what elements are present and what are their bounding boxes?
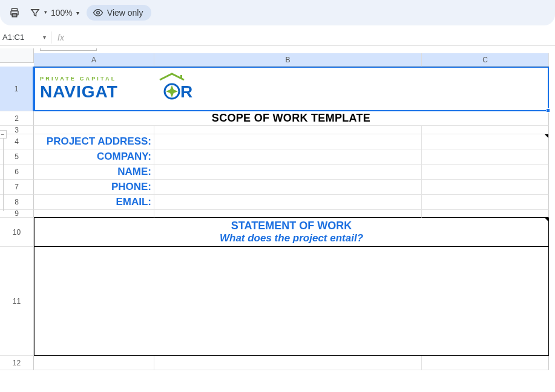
cell-email-label[interactable]: EMAIL: [34,195,154,210]
cell-a9[interactable] [34,210,154,218]
select-all-corner[interactable] [0,48,34,63]
cell-c12[interactable] [422,356,549,370]
cell-title[interactable]: SCOPE OF WORK TEMPLATE [34,111,549,126]
cell-c7[interactable] [422,180,549,195]
toolbar: ▾ 100% ▾ View only [0,0,555,25]
filter-icon[interactable]: ▾ [27,4,44,21]
dropdown-corner-icon [545,134,548,138]
row-header-10[interactable]: 10 [0,218,34,247]
svg-text:R: R [180,82,192,101]
cell-company-label[interactable]: COMPANY: [34,149,154,165]
column-header-a[interactable]: A [34,53,154,67]
column-header-b[interactable]: B [154,53,422,67]
doc-title: SCOPE OF WORK TEMPLATE [212,112,370,125]
cell-phone-value[interactable] [154,180,422,195]
svg-rect-6 [180,75,182,79]
fx-icon: fx [51,33,70,42]
svg-point-3 [97,11,100,15]
zoom-value: 100% [51,8,73,18]
svg-text:PRIVATE CAPITAL: PRIVATE CAPITAL [40,76,117,82]
row-header-1[interactable]: 1 [0,67,34,111]
section-subtitle: What does the project entail? [220,232,363,244]
cell-c8[interactable] [422,195,549,210]
section-title: STATEMENT OF WORK [231,220,352,232]
cell-a1[interactable]: PRIVATE CAPITAL NAVIGAT R [34,67,549,111]
name-box-value: A1:C1 [2,33,24,42]
cell-b12[interactable] [154,356,422,370]
cell-company-value[interactable] [154,149,422,165]
freeze-indicator [40,48,97,51]
cell-name-value[interactable] [154,165,422,180]
cell-b9[interactable] [154,210,422,218]
row-header-5[interactable]: 5 [0,149,34,165]
row-header-12[interactable]: 12 [0,356,34,370]
eye-icon [93,7,103,18]
cell-phone-label[interactable]: PHONE: [34,180,154,195]
column-headers: A B C [34,53,549,67]
dropdown-corner-icon [545,218,548,221]
logo: PRIVATE CAPITAL NAVIGAT R [34,67,548,111]
cell-name-label[interactable]: NAME: [34,165,154,180]
svg-text:NAVIGAT: NAVIGAT [40,82,118,101]
column-header-c[interactable]: C [422,53,549,67]
name-box[interactable]: A1:C1 ▾ [0,33,51,42]
cell-project-address-value[interactable] [154,134,422,149]
cell-sow-body[interactable] [34,247,549,356]
row-headers: 1 2 3 4 5 6 7 8 9 10 11 12 [0,67,34,370]
group-collapse-icon[interactable]: − [0,130,7,139]
cell-a12[interactable] [34,356,154,370]
row-header-7[interactable]: 7 [0,180,34,195]
cell-b3[interactable] [154,126,422,134]
cell-c4[interactable] [422,134,549,149]
chevron-down-icon: ▾ [43,34,46,41]
cell-a3[interactable] [34,126,154,134]
cell-section-header[interactable]: STATEMENT OF WORK What does the project … [34,218,549,247]
cells: PRIVATE CAPITAL NAVIGAT R S [34,67,549,370]
zoom-dropdown[interactable]: 100% ▾ [47,8,83,18]
cell-c6[interactable] [422,165,549,180]
formula-bar: A1:C1 ▾ fx [0,29,555,46]
cell-c5[interactable] [422,149,549,165]
print-icon[interactable] [6,4,23,21]
row-header-9[interactable]: 9 [0,210,34,218]
chevron-down-icon: ▾ [76,10,79,16]
cell-c9[interactable] [422,210,549,218]
row-header-11[interactable]: 11 [0,247,34,356]
row-header-2[interactable]: 2 [0,111,34,126]
row-header-8[interactable]: 8 [0,195,34,210]
group-line [3,139,4,211]
cell-c3[interactable] [422,126,549,134]
row-header-6[interactable]: 6 [0,165,34,180]
view-only-badge[interactable]: View only [87,5,152,21]
cell-project-address-label[interactable]: PROJECT ADDRESS: [34,134,154,149]
view-only-label: View only [107,8,143,18]
cell-email-value[interactable] [154,195,422,210]
